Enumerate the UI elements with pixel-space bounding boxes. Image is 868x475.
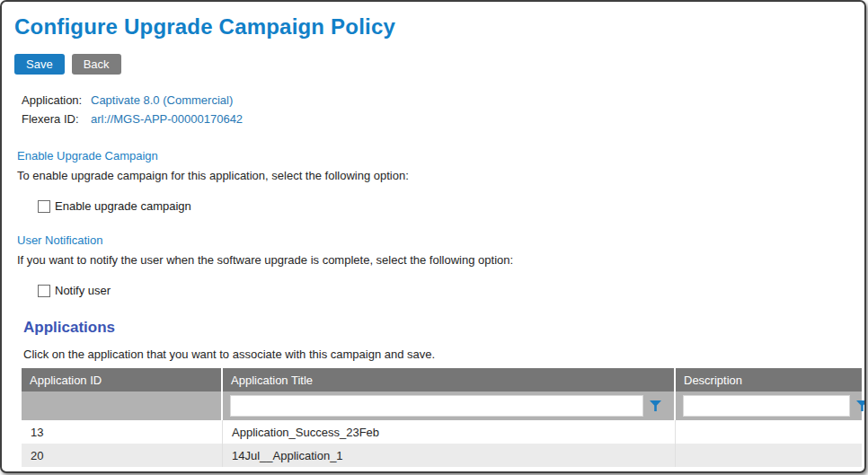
applications-table: Application ID Application Title Descrip… <box>22 368 862 467</box>
enable-upgrade-campaign-section: Enable Upgrade Campaign To enable upgrad… <box>17 149 864 213</box>
enable-upgrade-campaign-checkbox[interactable] <box>38 200 50 213</box>
user-notification-description: If you want to notify the user when the … <box>17 253 864 267</box>
enable-upgrade-campaign-heading: Enable Upgrade Campaign <box>17 149 864 163</box>
application-info: Application: Captivate 8.0 (Commercial) … <box>22 91 864 128</box>
cell-description[interactable] <box>676 444 862 467</box>
notify-user-checkbox-label: Notify user <box>55 284 111 297</box>
cell-application-title[interactable]: Application_Success_23Feb <box>223 420 676 444</box>
table-row[interactable]: 13 Application_Success_23Feb <box>22 420 862 444</box>
applications-heading: Applications <box>23 319 864 337</box>
cell-description[interactable] <box>676 420 862 444</box>
column-header-application-title[interactable]: Application Title <box>223 368 676 391</box>
filter-cell-application-id <box>22 391 223 420</box>
application-title-filter-button[interactable] <box>643 395 667 417</box>
applications-table-filter-row <box>22 391 862 420</box>
description-filter-input[interactable] <box>683 395 850 417</box>
funnel-icon <box>856 400 867 411</box>
table-row[interactable]: 20 14Jul__Application_1 <box>22 444 862 467</box>
user-notification-section: User Notification If you want to notify … <box>17 233 864 297</box>
application-link[interactable]: Captivate 8.0 (Commercial) <box>91 91 233 110</box>
application-label: Application: <box>22 91 91 110</box>
back-button[interactable]: Back <box>72 54 121 75</box>
funnel-icon <box>650 400 661 411</box>
filter-cell-description <box>676 391 866 420</box>
applications-table-header-row: Application ID Application Title Descrip… <box>22 368 862 391</box>
flexera-id-link[interactable]: arl://MGS-APP-00000170642 <box>91 110 243 128</box>
page-title: Configure Upgrade Campaign Policy <box>14 14 864 40</box>
notify-user-checkbox-row[interactable]: Notify user <box>38 284 864 297</box>
configure-upgrade-campaign-policy-window: Configure Upgrade Campaign Policy Save B… <box>0 0 866 473</box>
save-button[interactable]: Save <box>14 54 65 75</box>
cell-application-title[interactable]: 14Jul__Application_1 <box>223 444 676 467</box>
application-title-filter-input[interactable] <box>230 395 643 417</box>
column-header-application-id[interactable]: Application ID <box>22 368 223 391</box>
application-row: Application: Captivate 8.0 (Commercial) <box>22 91 864 110</box>
column-header-description[interactable]: Description <box>676 368 862 391</box>
cell-application-id[interactable]: 20 <box>22 444 223 467</box>
enable-upgrade-campaign-description: To enable upgrade campaign for this appl… <box>17 169 864 182</box>
enable-upgrade-campaign-checkbox-label: Enable upgrade campaign <box>55 199 191 213</box>
filter-cell-application-title <box>223 391 676 420</box>
description-filter-button[interactable] <box>850 395 866 417</box>
flexera-id-label: Flexera ID: <box>22 110 91 128</box>
toolbar: Save Back <box>14 54 864 75</box>
applications-description: Click on the application that you want t… <box>23 347 864 361</box>
cell-application-id[interactable]: 13 <box>22 420 223 444</box>
notify-user-checkbox[interactable] <box>38 285 50 297</box>
enable-upgrade-campaign-checkbox-row[interactable]: Enable upgrade campaign <box>38 199 864 213</box>
flexera-id-row: Flexera ID: arl://MGS-APP-00000170642 <box>22 110 864 128</box>
user-notification-heading: User Notification <box>17 233 864 247</box>
